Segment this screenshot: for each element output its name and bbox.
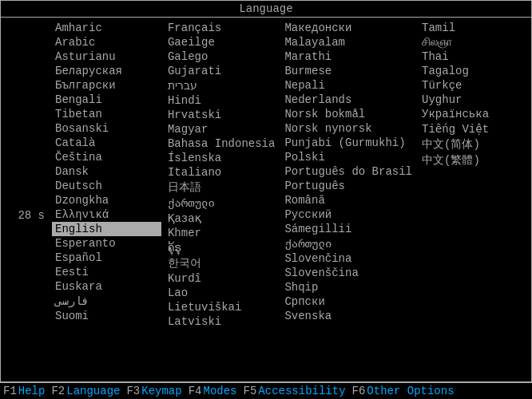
lang-item-khmer[interactable]: Khmer xyxy=(165,226,278,240)
language-list: AmharicArabicAsturianuБеларускаяБългарск… xyxy=(49,18,531,381)
lang-item-esperanto[interactable]: Esperanto xyxy=(52,236,161,251)
fn-label-help: Help xyxy=(18,385,46,397)
lang-item-tagalog[interactable]: Tagalog xyxy=(419,64,528,78)
lang-item-[interactable]: Беларуская xyxy=(52,64,161,78)
lang-item-polski[interactable]: Polski xyxy=(281,150,415,164)
lang-item-portugus-do-brasil[interactable]: Português do Brasil xyxy=(281,164,415,179)
lang-item-[interactable]: ქართული xyxy=(165,196,278,211)
lang-item-slenska[interactable]: Íslenska xyxy=(165,151,278,165)
fn-label-keymap: Keymap xyxy=(141,385,181,397)
fn-label-accessibility: Accessibility xyxy=(258,385,345,397)
lang-item-italiano[interactable]: Italiano xyxy=(165,165,278,180)
lang-item-dzongkha[interactable]: Dzongkha xyxy=(52,193,161,207)
timer-col: 28 s xyxy=(1,18,49,381)
lang-item-tibetan[interactable]: Tibetan xyxy=(52,107,161,121)
lang-item-franais[interactable]: Français xyxy=(165,21,278,35)
lang-item-deutsch[interactable]: Deutsch xyxy=(52,179,161,193)
lang-item-[interactable]: 中文(简体) xyxy=(419,136,528,152)
main-area: Language 28 s AmharicArabicAsturianuБела… xyxy=(0,0,532,382)
language-col-1: FrançaisGaeilgeGalegoGujaratiעבריתHindiH… xyxy=(163,19,280,380)
lang-item-asturianu[interactable]: Asturianu xyxy=(52,49,161,64)
bottom-bar: F1 HelpF2 LanguageF3 KeymapF4 ModesF5 Ac… xyxy=(0,382,532,399)
lang-item-[interactable]: Українська xyxy=(419,107,528,121)
lang-item-slovenina[interactable]: Slovenščina xyxy=(281,266,415,280)
language-col-3: TamilசிலஞாThaiTagalogTürkçeUyghurУкраїнс… xyxy=(417,19,530,380)
lang-item-[interactable]: ຄຸ້ຣຸ xyxy=(165,240,278,255)
lang-item-bengali[interactable]: Bengali xyxy=(52,93,161,107)
bottom-item-language[interactable]: F2 Language xyxy=(51,385,120,397)
lang-item-[interactable]: ქართული xyxy=(281,236,415,251)
lang-item-nepali[interactable]: Nepali xyxy=(281,78,415,93)
lang-item-lietuvikai[interactable]: Lietuviškai xyxy=(165,300,278,314)
lang-item-[interactable]: Српски xyxy=(281,294,415,309)
fn-label-language: Language xyxy=(66,385,120,397)
language-header: Language xyxy=(1,1,531,18)
bottom-item-accessibility[interactable]: F5 Accessibility xyxy=(244,385,346,397)
lang-item-catal[interactable]: Català xyxy=(52,136,161,150)
lang-item-norsk-nynorsk[interactable]: Norsk nynorsk xyxy=(281,121,415,136)
fn-key-F1: F1 xyxy=(3,385,17,397)
lang-item-english[interactable]: English xyxy=(52,222,161,236)
lang-item-[interactable]: 中文(繁體) xyxy=(419,152,528,168)
lang-item-galego[interactable]: Galego xyxy=(165,49,278,64)
lang-item-norsk-bokml[interactable]: Norsk bokmål xyxy=(281,107,415,121)
lang-item-[interactable]: Македонски xyxy=(281,21,415,35)
lang-item-arabic[interactable]: Arabic xyxy=(52,35,161,49)
lang-item-amharic[interactable]: Amharic xyxy=(52,21,161,35)
lang-item-slovenina[interactable]: Slovenčina xyxy=(281,251,415,266)
lang-item-punjabi-gurmukhi[interactable]: Punjabi (Gurmukhi) xyxy=(281,136,415,150)
lang-item-[interactable]: Ελληνικά xyxy=(52,207,161,222)
lang-item-dansk[interactable]: Dansk xyxy=(52,164,161,179)
lang-item-[interactable]: 日本語 xyxy=(165,180,278,196)
lang-item-[interactable]: 한국어 xyxy=(165,255,278,271)
lang-item-hrvatski[interactable]: Hrvatski xyxy=(165,108,278,122)
lang-item-[interactable]: Русский xyxy=(281,207,415,222)
lang-item-svenska[interactable]: Svenska xyxy=(281,309,415,323)
fn-key-F6: F6 xyxy=(352,385,366,397)
lang-item-smegillii[interactable]: Sámegillii xyxy=(281,222,415,236)
lang-item-[interactable]: فارسی xyxy=(52,294,161,309)
lang-item-suomi[interactable]: Suomi xyxy=(52,309,161,323)
lang-item-bahasa-indonesia[interactable]: Bahasa Indonesia xyxy=(165,136,278,151)
lang-item-romn[interactable]: Română xyxy=(281,193,415,207)
lang-item-lao[interactable]: Lao xyxy=(165,286,278,300)
bottom-item-keymap[interactable]: F3 Keymap xyxy=(126,385,181,397)
fn-key-F2: F2 xyxy=(51,385,65,397)
lang-item-magyar[interactable]: Magyar xyxy=(165,122,278,136)
lang-item-gaeilge[interactable]: Gaeilge xyxy=(165,35,278,49)
lang-item-shqip[interactable]: Shqip xyxy=(281,280,415,294)
bottom-item-help[interactable]: F1 Help xyxy=(3,385,45,397)
lang-item-trke[interactable]: Türkçe xyxy=(419,78,528,93)
lang-item-tamil[interactable]: Tamil xyxy=(419,21,528,35)
lang-item-kurd[interactable]: Kurdî xyxy=(165,271,278,286)
language-col-0: AmharicArabicAsturianuБеларускаяБългарск… xyxy=(50,19,163,380)
language-title: Language xyxy=(239,2,292,15)
lang-item-portugus[interactable]: Português xyxy=(281,179,415,193)
bottom-item-modes[interactable]: F4 Modes xyxy=(189,385,237,397)
lang-item-espaol[interactable]: Español xyxy=(52,251,161,265)
fn-key-F5: F5 xyxy=(244,385,257,397)
lang-item-[interactable]: עברית xyxy=(165,78,278,93)
lang-item-[interactable]: சிலஞா xyxy=(419,35,528,49)
lang-item-marathi[interactable]: Marathi xyxy=(281,49,415,64)
timer-display: 28 s xyxy=(18,209,45,222)
lang-item-etina[interactable]: Čeština xyxy=(52,150,161,164)
lang-item-eesti[interactable]: Eesti xyxy=(52,265,161,279)
language-col-2: МакедонскиMalayalamMarathiBurmeseNepaliN… xyxy=(280,19,417,380)
lang-item-bosanski[interactable]: Bosanski xyxy=(52,121,161,136)
lang-item-thai[interactable]: Thai xyxy=(419,49,528,64)
lang-item-latviski[interactable]: Latviski xyxy=(165,314,278,329)
lang-item-gujarati[interactable]: Gujarati xyxy=(165,64,278,78)
lang-item-hindi[interactable]: Hindi xyxy=(165,93,278,108)
lang-item-[interactable]: Қазақ xyxy=(165,211,278,226)
lang-item-nederlands[interactable]: Nederlands xyxy=(281,93,415,107)
content-area: 28 s AmharicArabicAsturianuБеларускаяБъл… xyxy=(1,18,531,381)
lang-item-euskara[interactable]: Euskara xyxy=(52,279,161,294)
lang-item-malayalam[interactable]: Malayalam xyxy=(281,35,415,49)
lang-item-ting-vit[interactable]: Tiếng Việt xyxy=(419,121,528,136)
fn-label-modes: Modes xyxy=(204,385,237,397)
bottom-item-other options[interactable]: F6 Other Options xyxy=(352,385,455,397)
lang-item-uyghur[interactable]: Uyghur xyxy=(419,93,528,107)
lang-item-[interactable]: Български xyxy=(52,78,161,93)
lang-item-burmese[interactable]: Burmese xyxy=(281,64,415,78)
